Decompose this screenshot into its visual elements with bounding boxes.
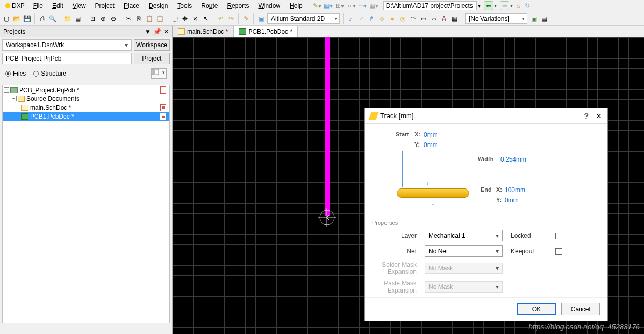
zoomout-icon[interactable]: ⊖: [109, 14, 118, 23]
dialog-titlebar[interactable]: Track [mm] ? ✕: [365, 108, 607, 124]
redo-icon[interactable]: ↷: [227, 14, 235, 23]
route-icon-2[interactable]: ⟋: [357, 14, 365, 23]
start-x-value[interactable]: 0mm: [424, 131, 438, 138]
menu-edit[interactable]: Edit: [48, 1, 67, 10]
deselect-icon[interactable]: ⤫: [191, 14, 199, 23]
track-dialog: Track [mm] ? ✕ Start X: 0mm Y: 0mm Width…: [364, 108, 608, 321]
radio-files[interactable]: Files: [5, 70, 26, 77]
menu-reports[interactable]: Reports: [223, 1, 253, 10]
tool-icon-5[interactable]: ▭▾: [359, 2, 367, 10]
panel-dropdown-icon[interactable]: ▼: [145, 28, 151, 35]
pad-icon[interactable]: ●: [388, 14, 396, 23]
preview-icon[interactable]: 🔍: [48, 14, 56, 23]
chip-icon[interactable]: ▣: [529, 14, 538, 23]
radio-structure[interactable]: Structure: [33, 70, 66, 77]
end-y-value[interactable]: 0mm: [505, 197, 519, 204]
tool-icon-2[interactable]: ▦▾: [324, 2, 333, 10]
poly-icon[interactable]: ▱: [430, 14, 438, 23]
arc-icon[interactable]: ◠: [409, 14, 417, 23]
cancel-button[interactable]: Cancel: [561, 303, 600, 315]
move-icon[interactable]: ✥: [181, 14, 189, 23]
cut-icon[interactable]: ✂: [124, 14, 133, 23]
tab-schematic[interactable]: main.SchDoc *: [173, 26, 234, 37]
expand-icon[interactable]: −: [4, 87, 9, 93]
start-y-value[interactable]: 0mm: [424, 141, 438, 149]
menu-place[interactable]: Place: [120, 1, 144, 10]
undo-icon[interactable]: ↶: [217, 14, 225, 23]
paste-icon[interactable]: 📋: [145, 14, 153, 23]
width-value[interactable]: 0.254mm: [500, 156, 526, 163]
print-icon[interactable]: ⎙: [38, 14, 46, 23]
tool-icon-3[interactable]: ⊞▾: [336, 2, 344, 10]
project-field[interactable]: PCB_Project.PrjPcb: [2, 53, 132, 64]
track-icon: [368, 112, 378, 120]
dialog-help-button[interactable]: ?: [584, 112, 589, 120]
open2-icon[interactable]: 📁: [63, 14, 71, 23]
menu-design[interactable]: Design: [145, 1, 172, 10]
cursor-icon[interactable]: ↖: [202, 14, 210, 23]
menu-route[interactable]: Route: [197, 1, 222, 10]
workspace-field[interactable]: Workspace1.DsnWrk: [2, 39, 132, 51]
path-box[interactable]: D:\Altium\AD17 project\Projects: [383, 1, 477, 10]
tool-icon-1[interactable]: ✎▾: [313, 2, 321, 10]
menu-window[interactable]: Window: [254, 1, 284, 10]
end-x-value[interactable]: 100mm: [505, 186, 525, 194]
fill-icon[interactable]: ▭: [419, 14, 427, 23]
doc-status-icon: [160, 104, 166, 111]
end-label: End: [481, 186, 492, 193]
menu-project[interactable]: Project: [91, 1, 119, 10]
project-button[interactable]: Project: [134, 53, 170, 64]
net-combo[interactable]: No Net: [425, 245, 503, 257]
comp-icon[interactable]: ▦: [450, 14, 459, 23]
menu-dxp[interactable]: DXP: [2, 2, 28, 9]
menu-help[interactable]: Help: [285, 1, 307, 10]
locked-checkbox[interactable]: [555, 233, 562, 239]
origin-marker: [318, 208, 336, 227]
copy-icon[interactable]: ⎘: [135, 14, 143, 23]
via-icon[interactable]: ◎: [398, 14, 407, 23]
tool-icon-6[interactable]: ▦▾: [370, 2, 378, 10]
select-rect-icon[interactable]: ⬚: [170, 14, 179, 23]
panel-options-button[interactable]: [151, 68, 167, 79]
track-object[interactable]: [325, 37, 330, 216]
zoomin-icon[interactable]: ⊕: [99, 14, 107, 23]
workspace-button[interactable]: Workspace: [134, 39, 170, 51]
layer-combo[interactable]: Mechanical 1: [425, 230, 503, 241]
panel-pin-icon[interactable]: 📌: [153, 28, 161, 35]
open-icon[interactable]: 📂: [12, 14, 21, 23]
chip2-icon[interactable]: ▤: [540, 14, 548, 23]
tree-folder[interactable]: − Source Documents: [3, 94, 169, 103]
main-toolbar: ▢ 📂 💾 ⎙ 🔍 📁 ▤ ⊡ ⊕ ⊖ ✂ ⎘ 📋 📋 ⬚ ✥ ⤫ ↖ ↶ ↷ …: [0, 11, 644, 26]
menu-view[interactable]: View: [68, 1, 90, 10]
tree-pcb[interactable]: PCB1.PcbDoc *: [3, 112, 169, 121]
view3d-icon[interactable]: ▣: [257, 14, 265, 23]
tree-root[interactable]: − PCB_Project.PrjPcb *: [3, 85, 169, 94]
route-icon-1[interactable]: ⫽: [347, 14, 355, 23]
nav-back-button[interactable]: ⬅: [484, 1, 493, 10]
tree-sch[interactable]: main.SchDoc *: [3, 103, 169, 112]
panel-close-icon[interactable]: ✕: [164, 28, 169, 35]
save-icon[interactable]: 💾: [23, 14, 31, 23]
paste2-icon[interactable]: 📋: [155, 14, 164, 23]
zoomfit-icon[interactable]: ⊡: [89, 14, 97, 23]
refresh-icon[interactable]: ↻: [523, 2, 532, 10]
ok-button[interactable]: OK: [517, 303, 556, 315]
tab-pcb[interactable]: PCB1.PcbDoc *: [234, 26, 298, 37]
pcb-icon: [21, 113, 28, 120]
text-icon[interactable]: A: [440, 14, 448, 23]
variations-combo[interactable]: [No Variations]: [465, 13, 527, 24]
dialog-close-button[interactable]: ✕: [596, 112, 602, 120]
menu-tools[interactable]: Tools: [173, 1, 196, 10]
route-icon-3[interactable]: ↱: [367, 14, 376, 23]
home-icon[interactable]: ⌂: [514, 2, 522, 10]
expand-icon[interactable]: −: [11, 96, 17, 101]
new-icon[interactable]: ▢: [2, 14, 10, 23]
keepout-checkbox[interactable]: [555, 248, 562, 255]
mode-icon[interactable]: ✎: [242, 14, 250, 23]
view-mode-combo[interactable]: Altium Standard 2D: [267, 13, 340, 24]
tool-icon-4[interactable]: ↔▾: [347, 2, 355, 10]
menu-file[interactable]: File: [29, 1, 47, 10]
open3-icon[interactable]: ▤: [74, 14, 82, 23]
route-icon-4[interactable]: ⎋: [378, 14, 386, 23]
layer-label: Layer: [372, 232, 417, 239]
